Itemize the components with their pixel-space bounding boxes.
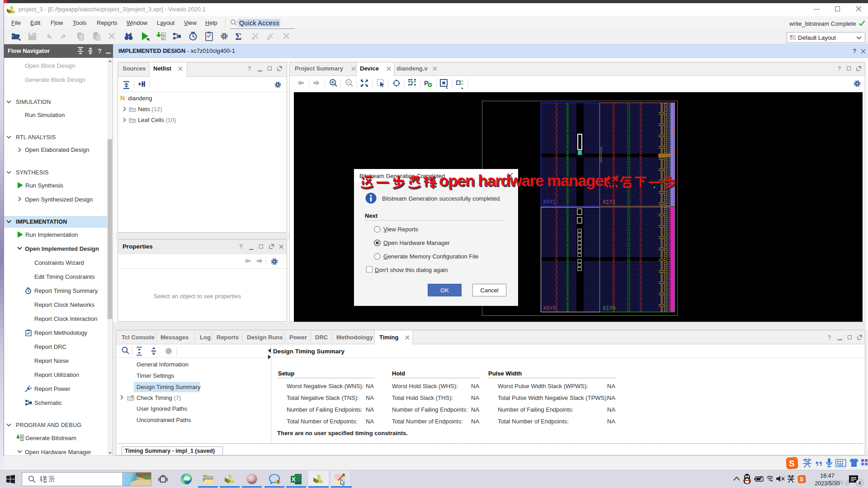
svg-text:10: 10 bbox=[162, 37, 165, 40]
svg-text:10: 10 bbox=[21, 438, 24, 441]
svg-text:S: S bbox=[800, 476, 804, 483]
svg-text:S: S bbox=[789, 459, 795, 468]
svg-text:01: 01 bbox=[21, 435, 24, 437]
svg-text:P: P bbox=[424, 79, 429, 87]
svg-text:Σ: Σ bbox=[235, 31, 241, 42]
svg-text:01: 01 bbox=[162, 33, 165, 36]
svg-text:X0Y0: X0Y0 bbox=[543, 305, 556, 312]
svg-text:X1Y1: X1Y1 bbox=[603, 199, 616, 206]
svg-text:?: ? bbox=[98, 47, 102, 55]
svg-text:X1Y0: X1Y0 bbox=[603, 305, 616, 312]
svg-text:X0Y1: X0Y1 bbox=[543, 199, 556, 206]
